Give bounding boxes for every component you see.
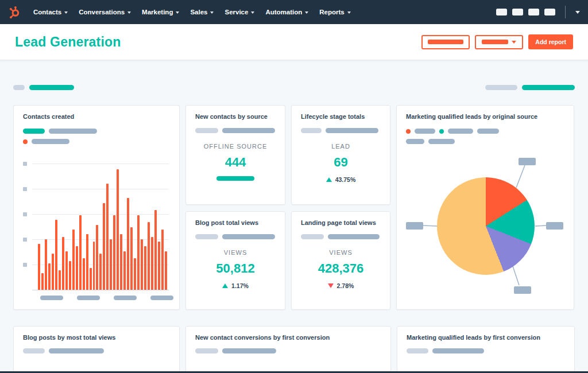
bar: [96, 225, 98, 290]
redacted-text-bar: [49, 348, 104, 353]
bar-chart: [23, 153, 170, 292]
redacted-text-bar: [328, 234, 380, 239]
redacted-text-bar: [428, 139, 455, 144]
axis-tick: [23, 212, 27, 216]
navbar-right-tools: [496, 6, 580, 18]
report-title: Marketing qualified leads by original so…: [406, 113, 564, 120]
bar: [141, 239, 143, 290]
grid-column: Lifecycle stage totals LEAD 69 43.75% La…: [291, 105, 390, 310]
chevron-down-icon: [210, 11, 214, 14]
nav-item-label: Conversations: [79, 9, 125, 15]
account-chevron-down-icon[interactable]: [575, 11, 580, 14]
stat-value: 444: [195, 155, 276, 170]
nav-item-contacts[interactable]: Contacts: [33, 9, 68, 15]
bar: [99, 254, 102, 290]
stat-delta: 2.78%: [301, 282, 381, 289]
bar: [69, 261, 71, 290]
nav-item-label: Automation: [265, 9, 302, 15]
redacted-subtitle: [301, 234, 381, 239]
nav-item-sales[interactable]: Sales: [190, 9, 214, 15]
bar: [93, 242, 95, 290]
nav-item-conversations[interactable]: Conversations: [79, 9, 131, 15]
contacts-created-bars: [38, 169, 167, 290]
bar: [55, 220, 57, 290]
dashboard-action-button[interactable]: [421, 35, 470, 49]
redacted-text-bar: [216, 176, 254, 181]
redacted-text-bar: [114, 296, 137, 300]
trend-up-icon: [222, 283, 228, 288]
redacted-subtitle: [23, 348, 170, 353]
bar: [106, 184, 109, 290]
redacted-text-bar: [222, 128, 275, 133]
legend-dot-icon: [23, 139, 28, 144]
redacted-subtitle: [195, 128, 276, 133]
bar: [165, 251, 167, 290]
nav-item-label: Marketing: [142, 9, 173, 15]
report-card-lifecycle-stage-totals: Lifecycle stage totals LEAD 69 43.75%: [291, 105, 390, 205]
redacted-text-bar: [301, 128, 322, 133]
stat-label: OFFLINE SOURCE: [195, 143, 276, 150]
report-card-new-contacts-by-source: New contacts by source OFFLINE SOURCE 44…: [185, 105, 285, 205]
delta-value: 43.75%: [335, 176, 356, 183]
mql-pie: [437, 177, 535, 275]
bar: [134, 258, 136, 290]
redacted-callout-label: [546, 222, 563, 230]
redacted-text-bar: [406, 139, 424, 144]
bar: [120, 234, 122, 290]
bar: [113, 215, 115, 290]
redacted-subtitle: [195, 234, 276, 239]
axis-baseline: [32, 290, 169, 290]
chart-legend: [406, 139, 564, 144]
x-axis-labels: [23, 296, 170, 300]
redacted-text-bar: [222, 348, 276, 353]
chart-legend: [23, 129, 170, 134]
bar: [123, 251, 126, 290]
redacted-label-bar: [482, 40, 508, 44]
report-title: Contacts created: [23, 113, 170, 120]
redacted-subtitle: [195, 348, 381, 353]
redacted-label-bar: [428, 40, 463, 44]
nav-tool-icon[interactable]: [528, 9, 539, 15]
add-report-button[interactable]: Add report: [528, 34, 573, 49]
redacted-text-bar: [415, 129, 435, 134]
report-grid-bottom: Blog posts by most total views New conta…: [13, 326, 575, 373]
report-title: New contact conversions by first convers…: [195, 334, 381, 341]
bar: [144, 246, 146, 290]
bar: [83, 258, 85, 290]
dashboard-filter-row: [13, 85, 575, 90]
nav-tool-icon[interactable]: [544, 9, 555, 15]
bar: [151, 237, 153, 290]
bar: [90, 268, 92, 290]
redacted-callout-label: [519, 158, 536, 165]
report-title: Marketing qualified leads by first conve…: [407, 334, 565, 341]
nav-tool-icon[interactable]: [496, 9, 507, 15]
nav-item-marketing[interactable]: Marketing: [142, 9, 179, 15]
nav-item-automation[interactable]: Automation: [265, 9, 308, 15]
report-title: Blog posts by most total views: [23, 334, 170, 341]
nav-tool-icon[interactable]: [512, 9, 523, 15]
grid-column: New contacts by source OFFLINE SOURCE 44…: [185, 105, 285, 310]
page-title: Lead Generation: [15, 34, 121, 50]
dashboard-filter-dropdown[interactable]: [475, 35, 523, 49]
redacted-text-bar: [195, 128, 218, 133]
bar: [45, 239, 47, 290]
hubspot-logo-icon[interactable]: [8, 6, 21, 19]
redacted-text-bar: [150, 296, 173, 300]
bar: [41, 273, 44, 290]
bar: [148, 222, 150, 290]
bar: [154, 210, 157, 290]
header-actions: Add report: [421, 34, 573, 49]
nav-item-service[interactable]: Service: [225, 9, 254, 15]
trend-up-icon: [326, 177, 332, 182]
stat-value: 428,376: [301, 261, 381, 276]
nav-item-reports[interactable]: Reports: [319, 9, 350, 15]
nav-item-label: Service: [225, 9, 248, 15]
report-title: Lifecycle stage totals: [301, 113, 381, 120]
stat-label: VIEWS: [301, 249, 381, 256]
redacted-callout-label: [406, 222, 423, 230]
dashboard-range-control[interactable]: [485, 85, 575, 90]
bar: [62, 237, 64, 290]
redacted-text-bar: [29, 85, 74, 90]
dashboard-owner-control[interactable]: [13, 85, 74, 90]
axis-tick: [23, 162, 27, 166]
